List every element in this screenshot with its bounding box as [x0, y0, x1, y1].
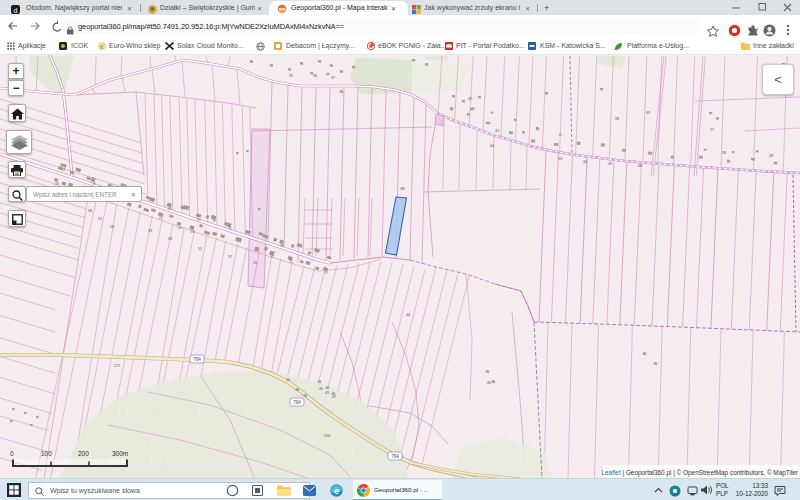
svg-text:37: 37: [331, 76, 335, 80]
svg-text:36: 36: [191, 230, 195, 234]
svg-text:98: 98: [615, 117, 619, 121]
svg-text:50: 50: [286, 378, 290, 382]
svg-text:28: 28: [769, 154, 773, 158]
svg-text:56: 56: [88, 209, 92, 213]
svg-text:33: 33: [61, 168, 65, 172]
svg-text:51: 51: [198, 247, 202, 251]
svg-text:100: 100: [41, 450, 52, 457]
svg-text:63: 63: [197, 218, 201, 222]
svg-text:93: 93: [148, 229, 152, 233]
svg-text:55: 55: [253, 261, 257, 265]
svg-text:73: 73: [324, 271, 328, 275]
svg-text:71: 71: [289, 260, 293, 264]
svg-text:88: 88: [281, 244, 285, 248]
svg-text:44: 44: [490, 144, 494, 148]
svg-text:08: 08: [638, 164, 642, 168]
svg-text:71: 71: [228, 227, 232, 231]
svg-text:37: 37: [228, 255, 232, 259]
svg-text:89: 89: [168, 207, 172, 211]
svg-text:53: 53: [178, 226, 182, 230]
svg-text:36: 36: [313, 74, 317, 78]
svg-text:e: e: [334, 486, 339, 496]
svg-text:Leaflet | Geoportal360.pl | ©: Leaflet | Geoportal360.pl | © OpenStreet…: [601, 469, 798, 477]
svg-text:44: 44: [406, 313, 410, 317]
svg-text:57: 57: [98, 217, 102, 221]
svg-text:764: 764: [193, 357, 201, 362]
svg-text:49: 49: [468, 97, 472, 101]
svg-text:27: 27: [710, 128, 714, 132]
svg-text:764: 764: [293, 400, 301, 405]
svg-text:300m: 300m: [112, 450, 128, 457]
svg-text:58: 58: [110, 225, 114, 229]
svg-text:46: 46: [487, 381, 491, 385]
svg-text:33: 33: [558, 157, 562, 161]
svg-text:d: d: [14, 6, 18, 13]
svg-text:33: 33: [168, 237, 172, 241]
svg-text:39: 39: [400, 186, 405, 191]
svg-text:0: 0: [10, 450, 14, 457]
svg-text:49: 49: [646, 111, 650, 115]
svg-text:40: 40: [319, 387, 323, 391]
svg-text:29: 29: [608, 162, 612, 166]
svg-text:40: 40: [92, 182, 96, 186]
svg-text:34: 34: [583, 160, 587, 164]
svg-text:78: 78: [212, 219, 216, 223]
svg-text:43: 43: [325, 391, 329, 395]
svg-text:38: 38: [722, 151, 726, 155]
svg-text:47: 47: [332, 395, 336, 399]
svg-text:200: 200: [78, 450, 89, 457]
svg-text:172: 172: [114, 364, 120, 368]
svg-text:41: 41: [495, 129, 499, 133]
svg-text:35: 35: [289, 74, 293, 78]
svg-text:764: 764: [391, 454, 399, 459]
svg-text:47: 47: [159, 216, 163, 220]
svg-text:164: 164: [324, 434, 330, 438]
svg-text:57: 57: [271, 255, 275, 259]
